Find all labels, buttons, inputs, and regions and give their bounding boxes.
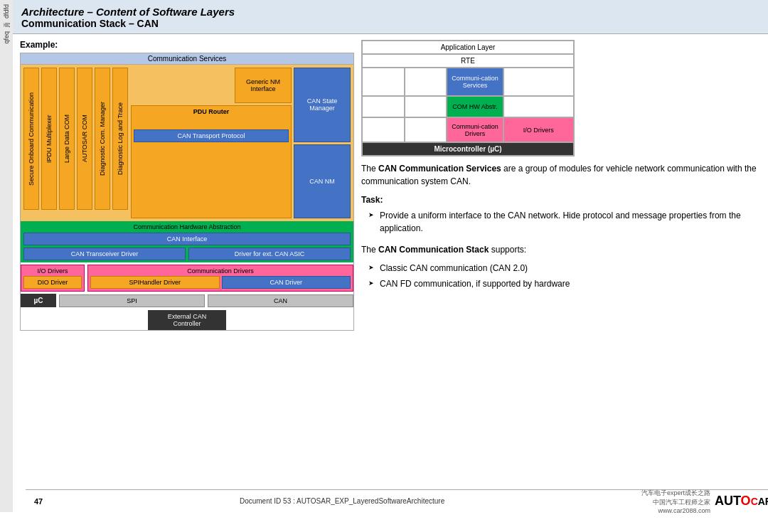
can-transceiver-box: CAN Transceiver Driver bbox=[23, 248, 186, 260]
arch-rte: RTE bbox=[362, 54, 574, 68]
para1-prefix: The bbox=[361, 164, 378, 174]
can-transport-box: CAN Transport Protocol bbox=[134, 129, 289, 142]
arch-cell-com-hw: COM HW Abstr. bbox=[447, 96, 503, 117]
io-drivers-label: I/O Drivers bbox=[23, 267, 82, 275]
para2: The CAN Communication Stack supports: bbox=[361, 243, 761, 256]
can-state-manager-box: CAN State Manager bbox=[294, 68, 351, 142]
can-interface-box: CAN Interface bbox=[23, 233, 351, 245]
diag-com-manager-box: Diagnostic Com. Manager bbox=[95, 68, 110, 210]
generic-nm-box: Generic NM Interface bbox=[235, 68, 292, 103]
diag-log-trace-box: Diagnostic Log and Trace bbox=[112, 68, 128, 210]
body-area: Example: Communication Services Secure O… bbox=[13, 34, 768, 484]
arch-app-layer: Application Layer bbox=[362, 41, 574, 54]
hw-abstraction-label: Communication Hardware Abstraction bbox=[23, 223, 351, 230]
bullet-item-2: Classic CAN communication (CAN 2.0) bbox=[368, 262, 761, 275]
arch-cell-empty8 bbox=[405, 117, 447, 142]
left-vertical-boxes: Secure Onboard Communication IPDU Multip… bbox=[23, 68, 128, 218]
bullet-list-2: Classic CAN communication (CAN 2.0) CAN … bbox=[361, 262, 761, 290]
example-label: Example: bbox=[20, 40, 354, 50]
uc-box: µC bbox=[21, 294, 56, 307]
para1-bold: CAN Communication Services bbox=[378, 164, 501, 174]
ipdu-multiplexer-box: IPDU Multiplexer bbox=[41, 68, 57, 210]
diag-outer: Communication Services Secure Onboard Co… bbox=[20, 53, 354, 331]
bullet-list-1: Provide a uniform interface to the CAN n… bbox=[361, 209, 761, 235]
para2-bold: CAN Communication Stack bbox=[378, 245, 489, 255]
text-area: The CAN Communication Services are a gro… bbox=[361, 162, 761, 479]
arch-cell-empty2 bbox=[405, 68, 447, 96]
footer-page: 47 bbox=[34, 497, 43, 506]
watermark-url: www.car2088.com bbox=[641, 507, 710, 514]
comm-drivers-label: Communication Drivers bbox=[90, 267, 351, 275]
header-title-sub: Communication Stack – CAN bbox=[21, 18, 759, 29]
bullet-item-3: CAN FD communication, if supported by ha… bbox=[368, 277, 761, 290]
logo-auto: AUT bbox=[715, 494, 741, 508]
pdu-area: PDU Router CAN Transport Protocol bbox=[131, 105, 292, 218]
autosar-logo: AUTOCAR bbox=[715, 494, 768, 509]
secure-onboard-box: Secure Onboard Communication bbox=[23, 68, 39, 210]
arch-cell-empty3 bbox=[503, 68, 574, 96]
can-nm-box: CAN NM bbox=[294, 144, 351, 219]
sidebar-tab-2: jlj bbox=[2, 21, 11, 28]
can-box-gray: CAN bbox=[208, 294, 353, 307]
hw-bottom-row: CAN Transceiver Driver Driver for ext. C… bbox=[23, 248, 351, 260]
logo-car2: AR bbox=[758, 496, 768, 507]
footer: 47 Document ID 53 : AUTOSAR_EXP_LayeredS… bbox=[26, 489, 768, 512]
right-side: CAN State Manager CAN NM bbox=[294, 68, 351, 218]
arch-cell-empty7 bbox=[362, 117, 405, 142]
io-drivers-box: I/O Drivers DIO Driver bbox=[21, 265, 85, 292]
arch-row-hw: COM HW Abstr. bbox=[362, 96, 574, 117]
arch-cell-comm-drivers: Communi-cation Drivers bbox=[447, 117, 503, 142]
large-data-com-box: Large Data COM bbox=[59, 68, 75, 210]
drivers-row: I/O Drivers DIO Driver Communication Dri… bbox=[21, 265, 353, 292]
main-content: Architecture – Content of Software Layer… bbox=[13, 0, 768, 512]
bullet-item-1: Provide a uniform interface to the CAN n… bbox=[368, 209, 761, 235]
sidebar-tab-3: qfeq bbox=[2, 30, 11, 46]
autosar-com-box: AUTOSAR COM bbox=[77, 68, 92, 210]
arch-cell-empty5 bbox=[405, 96, 447, 117]
comm-drivers-inner: SPIHandler Driver CAN Driver bbox=[90, 276, 351, 289]
task-label: Task: bbox=[361, 193, 761, 206]
sidebar-tab-1: dfdfd bbox=[2, 3, 11, 20]
header: Architecture – Content of Software Layer… bbox=[13, 0, 768, 34]
arch-cell-empty4 bbox=[362, 96, 405, 117]
arch-row-drivers: Communi-cation Drivers I/O Drivers bbox=[362, 117, 574, 142]
header-title-main: Architecture – Content of Software Layer… bbox=[21, 6, 759, 18]
comm-drivers-box: Communication Drivers SPIHandler Driver … bbox=[87, 265, 353, 292]
para1: The CAN Communication Services are a gro… bbox=[361, 162, 761, 188]
arch-diagram: Application Layer RTE Communi-cation Ser… bbox=[361, 40, 575, 156]
arch-row-services: Communi-cation Services bbox=[362, 68, 574, 96]
ext-can-area: External CAN Controller bbox=[21, 310, 353, 330]
para2-prefix: The bbox=[361, 245, 378, 255]
footer-logo: 汽车电子expert成长之路 中国汽车工程师之家 www.car2088.com… bbox=[641, 489, 768, 514]
pdu-router-label: PDU Router bbox=[134, 108, 289, 115]
middle-area: Generic NM Interface PDU Router CAN Tran… bbox=[131, 68, 292, 218]
arch-cell-empty1 bbox=[362, 68, 405, 96]
watermark-text: 汽车电子expert成长之路 bbox=[641, 489, 710, 498]
sidebar-strip: dfdfd jlj qfeq bbox=[0, 0, 13, 512]
orange-area: Secure Onboard Communication IPDU Multip… bbox=[21, 65, 353, 221]
logo-car: O bbox=[741, 494, 751, 508]
comm-services-header: Communication Services bbox=[21, 53, 353, 65]
spi-box: SPI bbox=[59, 294, 205, 307]
dio-driver-box: DIO Driver bbox=[23, 276, 82, 289]
ext-can-box: External CAN Controller bbox=[148, 310, 226, 330]
watermark-sub: 中国汽车工程师之家 bbox=[641, 498, 710, 507]
logo-separator: C bbox=[751, 496, 758, 507]
right-area: Application Layer RTE Communi-cation Ser… bbox=[361, 40, 761, 479]
spi-handler-box: SPIHandler Driver bbox=[90, 276, 220, 289]
footer-doc: Document ID 53 : AUTOSAR_EXP_LayeredSoft… bbox=[240, 497, 444, 505]
para2-suffix: supports: bbox=[489, 245, 526, 255]
uc-row: µC SPI CAN bbox=[21, 294, 353, 307]
footer-watermark: 汽车电子expert成长之路 中国汽车工程师之家 www.car2088.com bbox=[641, 489, 710, 514]
hw-abstraction: Communication Hardware Abstraction CAN I… bbox=[21, 221, 353, 262]
arch-cell-io-drivers: I/O Drivers bbox=[503, 117, 574, 142]
diagram-area: Example: Communication Services Secure O… bbox=[20, 40, 354, 479]
can-driver-box: CAN Driver bbox=[222, 276, 351, 289]
arch-microcontroller: Microcontroller (µC) bbox=[362, 142, 574, 156]
arch-cell-comm-services: Communi-cation Services bbox=[447, 68, 503, 96]
driver-ext-box: Driver for ext. CAN ASIC bbox=[188, 248, 351, 260]
arch-cell-empty6 bbox=[503, 96, 574, 117]
